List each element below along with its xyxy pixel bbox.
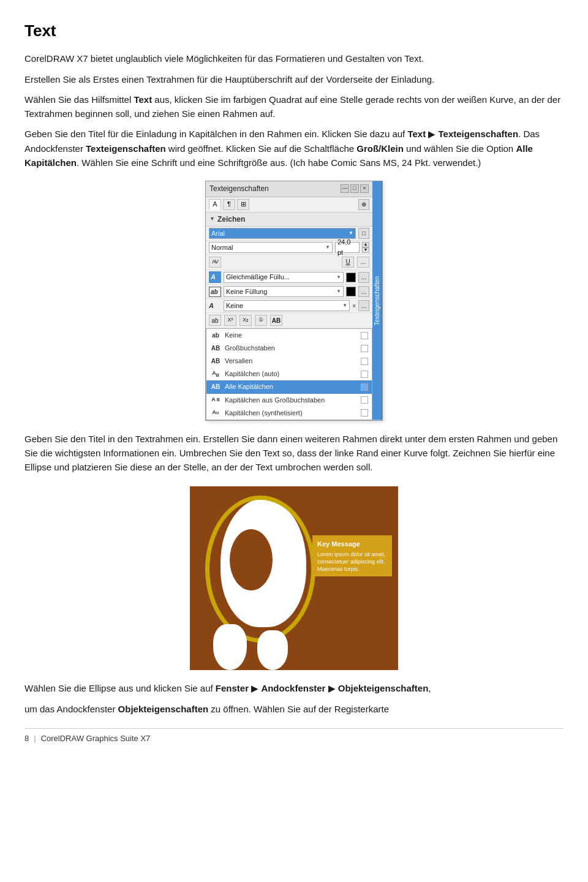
- case-label-uppercase: Großbuchstaben: [225, 343, 275, 353]
- outline-dropdown-arrow: ▼: [336, 288, 341, 295]
- size-spinbox[interactable]: 24,0 pt: [335, 242, 360, 253]
- fill-type-dropdown[interactable]: Gleichmäßige Füllu... ▼: [224, 272, 344, 283]
- outline-type-dropdown[interactable]: Keine Füllung ▼: [224, 286, 344, 297]
- fill-color-2[interactable]: [346, 287, 356, 296]
- style-dropdown-arrow: ▼: [325, 244, 330, 251]
- case-check-none: [361, 332, 368, 339]
- paragraph-6: Wählen Sie die Ellipse aus und klicken S…: [24, 681, 564, 695]
- fill-more-btn-2[interactable]: ...: [358, 286, 369, 297]
- panel-titlebar-buttons: — □ ×: [341, 184, 369, 193]
- size-down-btn[interactable]: ▼: [362, 247, 369, 253]
- bg-type-value: Keine: [226, 301, 243, 311]
- fill-color-1[interactable]: [346, 273, 356, 282]
- bold-objekteigenschaften: Objekteigenschaften: [338, 683, 429, 693]
- case-item-uppercase[interactable]: AB Großbuchstaben: [206, 342, 372, 355]
- kerning-btn[interactable]: AV: [209, 257, 221, 268]
- fill-dropdown-arrow: ▼: [336, 274, 341, 281]
- panel-main: Texteigenschaften — □ × A ¶ ⊞ ⊕ ▼ Zeiche…: [206, 181, 372, 420]
- case-icon-smallcaps-synth: Au: [210, 409, 221, 417]
- bg-type-dropdown[interactable]: Keine ▼: [224, 300, 350, 311]
- ordinal-btn[interactable]: ①: [255, 315, 267, 326]
- fill-more-btn-1[interactable]: ...: [358, 272, 369, 283]
- subscript-btn[interactable]: X₂: [239, 315, 252, 326]
- design-preview: Key Message Lorem ipsum dolor sit amet, …: [190, 486, 398, 670]
- fill-icon-3: A: [209, 301, 221, 311]
- lowercase-btn[interactable]: ab: [209, 315, 221, 326]
- size-spinbox-arrows: ▲ ▼: [362, 242, 369, 253]
- case-label-versalien: Versalien: [225, 356, 252, 366]
- panel-side-tab[interactable]: Texteigenschaften: [372, 181, 382, 420]
- panel-tab-row: A ¶ ⊞ ⊕: [206, 197, 372, 213]
- panel-close-btn[interactable]: ×: [360, 184, 369, 193]
- fill-row-2: ab Keine Füllung ▼ ...: [206, 285, 372, 299]
- bold-objekteigenschaften-2: Objekteigenschaften: [118, 704, 209, 714]
- panel-side-tab-label: Texteigenschaften: [372, 276, 382, 326]
- texteigenschaften-panel: Texteigenschaften — □ × A ¶ ⊞ ⊕ ▼ Zeiche…: [205, 181, 383, 421]
- size-value: 24,0 pt: [337, 237, 357, 258]
- case-check-smallcaps-synth: [361, 409, 368, 417]
- superscript-btn[interactable]: X²: [224, 315, 236, 326]
- font-options-btn[interactable]: □: [358, 228, 369, 239]
- panel-pin-btn[interactable]: —: [341, 184, 349, 193]
- fill-more-btn-3[interactable]: ...: [358, 300, 369, 311]
- text-bold-4: Groß/Klein: [356, 143, 404, 154]
- panel-options-btn[interactable]: ⊕: [358, 199, 369, 210]
- case-icon-versalien: AB: [210, 356, 221, 366]
- key-message-text: Lorem ipsum dolor sit amet, consectetuer…: [317, 551, 387, 573]
- font-dropdown[interactable]: Arial ▼: [209, 228, 356, 239]
- tab-paragraph[interactable]: ¶: [223, 199, 235, 210]
- panel-title: Texteigenschaften: [209, 183, 269, 195]
- section-zeichen-label: Zeichen: [217, 214, 245, 225]
- case-item-versalien[interactable]: AB Versalien: [206, 355, 372, 368]
- case-icons-row: ab X² X₂ ① AB: [206, 313, 372, 328]
- case-check-smallcaps-auto: [361, 371, 368, 378]
- fill-row-1: A Gleichmäßige Füllu... ▼ ...: [206, 270, 372, 285]
- bold-fenster: Fenster: [216, 683, 249, 693]
- bold-text: Text: [134, 94, 152, 105]
- case-item-all-smallcaps[interactable]: AB Alle Kapitälchen: [206, 380, 372, 393]
- case-item-smallcaps-auto[interactable]: AB Kapitälchen (auto): [206, 368, 372, 380]
- yellow-ellipse: [205, 496, 315, 643]
- key-message-box: Key Message Lorem ipsum dolor sit amet, …: [312, 535, 392, 576]
- section-arrow-icon: ▼: [209, 215, 215, 224]
- panel-expand-btn[interactable]: □: [350, 184, 359, 193]
- tab-frame[interactable]: ⊞: [237, 199, 249, 210]
- case-icon-smallcaps-from-upper: A B: [210, 396, 221, 404]
- case-check-uppercase: [361, 345, 368, 352]
- paragraph-1: CorelDRAW X7 bietet unglaublich viele Mö…: [24, 51, 564, 66]
- case-icon-uppercase: AB: [210, 344, 221, 353]
- case-item-smallcaps-from-upper[interactable]: A B Kapitälchen aus Großbuchstaben: [206, 394, 372, 407]
- design-preview-container: Key Message Lorem ipsum dolor sit amet, …: [24, 486, 564, 670]
- case-item-none[interactable]: ab Keine: [206, 329, 372, 342]
- case-check-versalien: [361, 358, 368, 365]
- fill-type-value: Gleichmäßige Füllu...: [226, 272, 290, 282]
- paragraph-7: um das Andockfenster Objekteigenschaften…: [24, 702, 564, 716]
- underline-btn[interactable]: U: [342, 257, 354, 268]
- case-label-smallcaps-from-upper: Kapitälchen aus Großbuchstaben: [225, 395, 325, 405]
- case-label-smallcaps-synth: Kapitälchen (synthetisiert): [225, 408, 303, 418]
- bg-dropdown-arrow: ▼: [342, 302, 347, 309]
- fill-icon-1: A: [209, 271, 221, 283]
- uppercase-btn[interactable]: AB: [270, 315, 282, 326]
- section-zeichen-header[interactable]: ▼ Zeichen: [206, 213, 372, 227]
- case-item-smallcaps-synth[interactable]: Au Kapitälchen (synthetisiert): [206, 407, 372, 420]
- case-label-smallcaps-auto: Kapitälchen (auto): [225, 369, 279, 379]
- font-dropdown-arrow: ▼: [349, 230, 353, 237]
- key-message-title: Key Message: [317, 539, 387, 549]
- left-foot: [213, 624, 247, 670]
- case-icon-none: ab: [210, 331, 221, 341]
- case-icon-all-smallcaps: AB: [210, 382, 221, 392]
- footer-product-name: CorelDRAW Graphics Suite X7: [41, 733, 151, 745]
- footer-page-number: 8: [24, 733, 29, 745]
- text-more-btn[interactable]: ...: [357, 257, 369, 268]
- bold-andockfenster: Andockfenster: [261, 683, 325, 693]
- tab-character[interactable]: A: [209, 199, 221, 210]
- text-bold-2: Texteigenschaften: [439, 129, 519, 139]
- x-icon: ×: [352, 301, 356, 311]
- case-icon-smallcaps-auto: AB: [210, 369, 221, 379]
- case-check-smallcaps-from-upper: [361, 396, 368, 404]
- style-dropdown[interactable]: Normal ▼: [209, 242, 333, 253]
- text-bold-1: Text: [407, 129, 426, 139]
- fill-icon-2: ab: [209, 287, 221, 298]
- text-bold-3: Texteigenschaften: [86, 143, 166, 154]
